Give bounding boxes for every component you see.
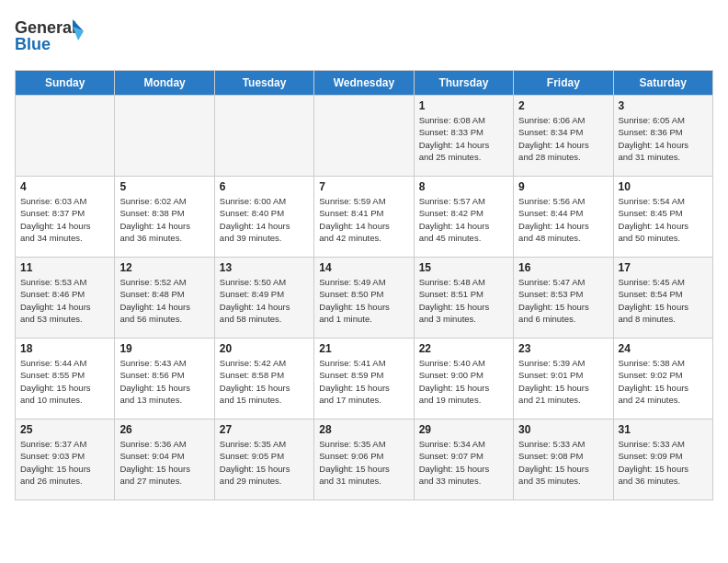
day-number: 28: [319, 423, 408, 436]
day-number: 19: [119, 342, 209, 355]
logo: GeneralBlue: [15, 15, 88, 61]
column-header-sunday: Sunday: [16, 71, 115, 96]
calendar-cell: 10Sunrise: 5:54 AM Sunset: 8:45 PM Dayli…: [613, 177, 712, 258]
day-info: Sunrise: 6:03 AM Sunset: 8:37 PM Dayligh…: [20, 195, 109, 244]
calendar-cell: 24Sunrise: 5:38 AM Sunset: 9:02 PM Dayli…: [613, 339, 712, 419]
column-header-wednesday: Wednesday: [314, 71, 414, 96]
day-info: Sunrise: 5:49 AM Sunset: 8:50 PM Dayligh…: [319, 276, 408, 325]
day-info: Sunrise: 6:06 AM Sunset: 8:34 PM Dayligh…: [518, 114, 608, 163]
day-info: Sunrise: 6:05 AM Sunset: 8:36 PM Dayligh…: [619, 114, 708, 163]
calendar-cell: [16, 96, 115, 177]
day-info: Sunrise: 5:40 AM Sunset: 9:00 PM Dayligh…: [419, 357, 508, 406]
calendar-cell: 9Sunrise: 5:56 AM Sunset: 8:44 PM Daylig…: [514, 177, 613, 258]
day-info: Sunrise: 5:44 AM Sunset: 8:55 PM Dayligh…: [20, 357, 109, 406]
calendar-cell: 5Sunrise: 6:02 AM Sunset: 8:38 PM Daylig…: [115, 177, 214, 258]
day-info: Sunrise: 6:02 AM Sunset: 8:38 PM Dayligh…: [119, 195, 209, 244]
day-number: 17: [619, 261, 708, 274]
day-number: 11: [20, 261, 109, 274]
calendar-cell: [314, 96, 414, 177]
calendar-cell: 12Sunrise: 5:52 AM Sunset: 8:48 PM Dayli…: [115, 258, 214, 339]
day-number: 30: [518, 423, 608, 436]
week-row-2: 4Sunrise: 6:03 AM Sunset: 8:37 PM Daylig…: [16, 177, 713, 258]
calendar-cell: 6Sunrise: 6:00 AM Sunset: 8:40 PM Daylig…: [214, 177, 313, 258]
day-info: Sunrise: 5:36 AM Sunset: 9:04 PM Dayligh…: [119, 438, 209, 487]
day-number: 14: [319, 261, 408, 274]
calendar-cell: 19Sunrise: 5:43 AM Sunset: 8:56 PM Dayli…: [115, 339, 214, 419]
calendar-cell: 15Sunrise: 5:48 AM Sunset: 8:51 PM Dayli…: [414, 258, 513, 339]
day-number: 20: [220, 342, 309, 355]
calendar-cell: 27Sunrise: 5:35 AM Sunset: 9:05 PM Dayli…: [214, 419, 313, 500]
day-number: 16: [518, 261, 608, 274]
calendar-cell: 22Sunrise: 5:40 AM Sunset: 9:00 PM Dayli…: [414, 339, 513, 419]
calendar-cell: 26Sunrise: 5:36 AM Sunset: 9:04 PM Dayli…: [115, 419, 214, 500]
day-info: Sunrise: 6:00 AM Sunset: 8:40 PM Dayligh…: [220, 195, 309, 244]
day-info: Sunrise: 6:08 AM Sunset: 8:33 PM Dayligh…: [419, 114, 508, 163]
day-info: Sunrise: 5:37 AM Sunset: 9:03 PM Dayligh…: [20, 438, 109, 487]
day-number: 18: [20, 342, 109, 355]
day-info: Sunrise: 5:47 AM Sunset: 8:53 PM Dayligh…: [518, 276, 608, 325]
calendar-body: 1Sunrise: 6:08 AM Sunset: 8:33 PM Daylig…: [16, 96, 713, 500]
calendar-cell: 2Sunrise: 6:06 AM Sunset: 8:34 PM Daylig…: [514, 96, 613, 177]
day-number: 2: [518, 99, 608, 112]
calendar-cell: [115, 96, 214, 177]
page-header: GeneralBlue: [15, 15, 713, 61]
day-info: Sunrise: 5:57 AM Sunset: 8:42 PM Dayligh…: [419, 195, 508, 244]
day-info: Sunrise: 5:59 AM Sunset: 8:41 PM Dayligh…: [319, 195, 408, 244]
calendar-cell: 20Sunrise: 5:42 AM Sunset: 8:58 PM Dayli…: [214, 339, 313, 419]
calendar-cell: 30Sunrise: 5:33 AM Sunset: 9:08 PM Dayli…: [514, 419, 613, 500]
day-info: Sunrise: 5:33 AM Sunset: 9:08 PM Dayligh…: [518, 438, 608, 487]
calendar-cell: 4Sunrise: 6:03 AM Sunset: 8:37 PM Daylig…: [16, 177, 115, 258]
calendar-cell: 7Sunrise: 5:59 AM Sunset: 8:41 PM Daylig…: [314, 177, 414, 258]
day-info: Sunrise: 5:48 AM Sunset: 8:51 PM Dayligh…: [419, 276, 508, 325]
calendar-cell: 18Sunrise: 5:44 AM Sunset: 8:55 PM Dayli…: [16, 339, 115, 419]
day-number: 12: [119, 261, 209, 274]
day-info: Sunrise: 5:50 AM Sunset: 8:49 PM Dayligh…: [220, 276, 309, 325]
day-number: 26: [119, 423, 209, 436]
header-row: SundayMondayTuesdayWednesdayThursdayFrid…: [16, 71, 713, 96]
calendar-table: SundayMondayTuesdayWednesdayThursdayFrid…: [15, 70, 713, 500]
calendar-cell: 23Sunrise: 5:39 AM Sunset: 9:01 PM Dayli…: [514, 339, 613, 419]
day-number: 25: [20, 423, 109, 436]
day-number: 23: [518, 342, 608, 355]
day-info: Sunrise: 5:54 AM Sunset: 8:45 PM Dayligh…: [619, 195, 708, 244]
calendar-cell: 1Sunrise: 6:08 AM Sunset: 8:33 PM Daylig…: [414, 96, 513, 177]
day-number: 9: [518, 180, 608, 193]
week-row-3: 11Sunrise: 5:53 AM Sunset: 8:46 PM Dayli…: [16, 258, 713, 339]
day-number: 29: [419, 423, 508, 436]
calendar-cell: 31Sunrise: 5:33 AM Sunset: 9:09 PM Dayli…: [613, 419, 712, 500]
day-info: Sunrise: 5:35 AM Sunset: 9:05 PM Dayligh…: [220, 438, 309, 487]
day-number: 24: [619, 342, 708, 355]
calendar-cell: 17Sunrise: 5:45 AM Sunset: 8:54 PM Dayli…: [613, 258, 712, 339]
day-info: Sunrise: 5:45 AM Sunset: 8:54 PM Dayligh…: [619, 276, 708, 325]
column-header-tuesday: Tuesday: [214, 71, 313, 96]
column-header-saturday: Saturday: [613, 71, 712, 96]
week-row-1: 1Sunrise: 6:08 AM Sunset: 8:33 PM Daylig…: [16, 96, 713, 177]
day-number: 6: [220, 180, 309, 193]
day-number: 13: [220, 261, 309, 274]
day-number: 1: [419, 99, 508, 112]
logo-svg: GeneralBlue: [15, 15, 88, 61]
day-number: 5: [119, 180, 209, 193]
day-number: 3: [619, 99, 708, 112]
day-number: 7: [319, 180, 408, 193]
svg-text:General: General: [15, 18, 76, 37]
calendar-cell: 13Sunrise: 5:50 AM Sunset: 8:49 PM Dayli…: [214, 258, 313, 339]
day-info: Sunrise: 5:53 AM Sunset: 8:46 PM Dayligh…: [20, 276, 109, 325]
day-info: Sunrise: 5:52 AM Sunset: 8:48 PM Dayligh…: [119, 276, 209, 325]
calendar-cell: 25Sunrise: 5:37 AM Sunset: 9:03 PM Dayli…: [16, 419, 115, 500]
calendar-cell: 21Sunrise: 5:41 AM Sunset: 8:59 PM Dayli…: [314, 339, 414, 419]
day-info: Sunrise: 5:38 AM Sunset: 9:02 PM Dayligh…: [619, 357, 708, 406]
calendar-cell: [214, 96, 313, 177]
calendar-cell: 14Sunrise: 5:49 AM Sunset: 8:50 PM Dayli…: [314, 258, 414, 339]
day-info: Sunrise: 5:35 AM Sunset: 9:06 PM Dayligh…: [319, 438, 408, 487]
calendar-cell: 11Sunrise: 5:53 AM Sunset: 8:46 PM Dayli…: [16, 258, 115, 339]
day-info: Sunrise: 5:33 AM Sunset: 9:09 PM Dayligh…: [619, 438, 708, 487]
calendar-header: SundayMondayTuesdayWednesdayThursdayFrid…: [16, 71, 713, 96]
calendar-cell: 16Sunrise: 5:47 AM Sunset: 8:53 PM Dayli…: [514, 258, 613, 339]
day-info: Sunrise: 5:43 AM Sunset: 8:56 PM Dayligh…: [119, 357, 209, 406]
day-info: Sunrise: 5:41 AM Sunset: 8:59 PM Dayligh…: [319, 357, 408, 406]
day-info: Sunrise: 5:42 AM Sunset: 8:58 PM Dayligh…: [220, 357, 309, 406]
calendar-cell: 29Sunrise: 5:34 AM Sunset: 9:07 PM Dayli…: [414, 419, 513, 500]
week-row-4: 18Sunrise: 5:44 AM Sunset: 8:55 PM Dayli…: [16, 339, 713, 419]
day-info: Sunrise: 5:39 AM Sunset: 9:01 PM Dayligh…: [518, 357, 608, 406]
